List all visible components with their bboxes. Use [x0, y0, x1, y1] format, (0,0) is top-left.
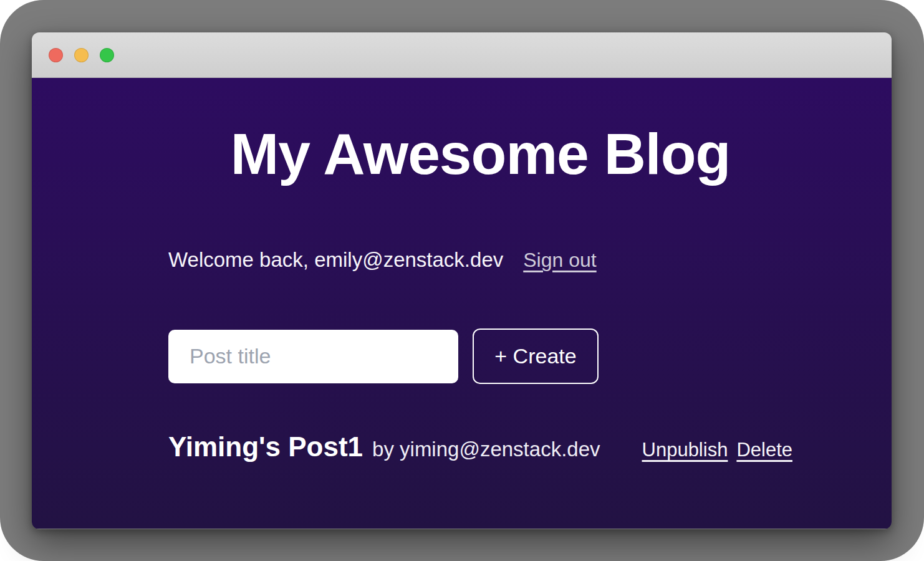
create-post-button[interactable]: + Create	[473, 328, 599, 384]
post-author-text: by yiming@zenstack.dev	[372, 438, 600, 461]
post-info: Yiming's Post1 by yiming@zenstack.dev	[168, 431, 600, 463]
welcome-row: Welcome back, emily@zenstack.dev Sign ou…	[168, 247, 792, 272]
sign-out-link[interactable]: Sign out	[523, 247, 596, 272]
post-title-text: Yiming's Post1	[168, 431, 363, 463]
post-list-item: Yiming's Post1 by yiming@zenstack.dev Un…	[168, 431, 792, 463]
unpublish-link[interactable]: Unpublish	[642, 439, 728, 461]
post-title-input[interactable]	[168, 330, 458, 383]
blog-page: My Awesome Blog Welcome back, emily@zens…	[32, 78, 892, 529]
post-composer: + Create	[168, 328, 792, 384]
window-titlebar	[32, 32, 892, 78]
post-actions: Unpublish Delete	[642, 439, 792, 461]
page-title: My Awesome Blog	[168, 78, 792, 185]
welcome-message: Welcome back, emily@zenstack.dev	[168, 247, 503, 272]
minimize-window-button[interactable]	[74, 48, 89, 62]
screen-backdrop: My Awesome Blog Welcome back, emily@zens…	[0, 0, 924, 561]
app-window: My Awesome Blog Welcome back, emily@zens…	[32, 32, 892, 529]
zoom-window-button[interactable]	[100, 48, 114, 62]
content-container: My Awesome Blog Welcome back, emily@zens…	[168, 78, 792, 463]
close-window-button[interactable]	[49, 48, 63, 62]
delete-link[interactable]: Delete	[736, 439, 792, 461]
